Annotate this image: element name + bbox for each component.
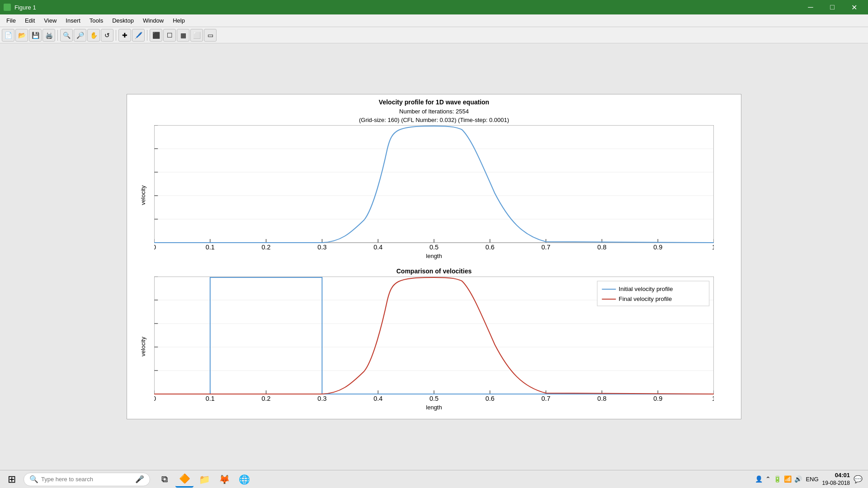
plot1-ylabel: velocity	[140, 185, 146, 205]
search-bar[interactable]: 🔍 🎤	[24, 473, 150, 486]
brush-button[interactable]: 🖊️	[132, 29, 145, 42]
app-icon	[4, 4, 11, 11]
plot1-subtitle1: Number of Iterations: 2554	[127, 108, 741, 115]
wifi-icon: 📶	[784, 475, 792, 483]
taskbar-apps: ⧉ 🔶 📁 🦊 🌐	[156, 471, 253, 488]
plot2-xlabel: length	[154, 404, 714, 411]
svg-text:0.1: 0.1	[206, 395, 215, 402]
taskbar-right: 👤 ⌃ 🔋 📶 🔊 ENG 04:01 19-08-2018 💬	[755, 471, 866, 487]
taskbar-app-matlab[interactable]: 🔶	[175, 471, 193, 488]
plot1-subtitle2: (Grid-size: 160) (CFL Number: 0.032) (Ti…	[127, 117, 741, 123]
notification-icon[interactable]: 💬	[854, 475, 863, 483]
rect-button[interactable]: ▭	[204, 29, 217, 42]
title-bar: Figure 1 ─ □ ✕	[0, 0, 868, 14]
system-tray-icons: 👤 ⌃ 🔋 📶 🔊	[755, 475, 802, 483]
clock-time: 04:01	[822, 471, 850, 479]
menu-window[interactable]: Window	[138, 15, 168, 26]
svg-text:0.5: 0.5	[429, 395, 439, 402]
svg-text:0.5: 0.5	[429, 244, 439, 251]
menu-insert[interactable]: Insert	[61, 15, 85, 26]
box-button[interactable]: ⬜	[190, 29, 203, 42]
svg-text:0.7: 0.7	[542, 244, 551, 251]
toolbar-separator-3	[147, 30, 147, 41]
plot2-title: Comparison of velocities	[127, 267, 741, 276]
menu-file[interactable]: File	[2, 15, 20, 26]
svg-text:0.6: 0.6	[486, 395, 495, 402]
svg-text:0.9: 0.9	[653, 395, 662, 402]
svg-text:0.4: 0.4	[373, 244, 382, 251]
menu-help[interactable]: Help	[168, 15, 189, 26]
chevron-up-icon[interactable]: ⌃	[765, 475, 771, 483]
svg-text:Initial velocity profile: Initial velocity profile	[619, 286, 673, 292]
svg-text:0.3: 0.3	[317, 395, 326, 402]
plot1-xlabel: length	[154, 253, 714, 259]
svg-text:0.4: 0.4	[373, 395, 382, 402]
open-button[interactable]: 📂	[15, 29, 28, 42]
svg-text:0.9: 0.9	[653, 244, 662, 251]
zoom-out-button[interactable]: ⬛	[150, 29, 162, 42]
save-button[interactable]: 💾	[29, 29, 42, 42]
figure-area: Velocity profile for 1D wave equation Nu…	[127, 94, 741, 419]
zoom-in-button[interactable]: 🔎	[74, 29, 86, 42]
maximize-button[interactable]: □	[822, 0, 843, 14]
grid-button[interactable]: ▦	[177, 29, 189, 42]
zoom-button[interactable]: 🔍	[60, 29, 73, 42]
plot2-svg: 1 1.2 1.4 1.6 1.8 2	[154, 277, 714, 403]
plot1-svg: 1 1.2 1.4 1.6 1.8 2	[154, 125, 714, 252]
data-cursor-button[interactable]: ✚	[118, 29, 131, 42]
menu-tools[interactable]: Tools	[85, 15, 108, 26]
toolbar-separator-2	[116, 30, 116, 41]
svg-text:0.3: 0.3	[317, 244, 326, 251]
menu-view[interactable]: View	[39, 15, 61, 26]
svg-text:0: 0	[154, 244, 156, 251]
volume-icon: 🔊	[794, 475, 802, 483]
taskbar: ⊞ 🔍 🎤 ⧉ 🔶 📁 🦊 🌐 👤 ⌃ 🔋 📶 🔊 ENG 04:01 19-0…	[0, 470, 868, 488]
rotate-button[interactable]: ↺	[101, 29, 113, 42]
svg-rect-0	[154, 125, 714, 243]
svg-text:0: 0	[154, 395, 156, 402]
taskbar-app-taskview[interactable]: ⧉	[156, 471, 174, 488]
taskbar-clock: 04:01 19-08-2018	[822, 471, 850, 487]
search-icon: 🔍	[29, 475, 38, 483]
new-button[interactable]: 📄	[2, 29, 14, 42]
menu-edit[interactable]: Edit	[20, 15, 39, 26]
svg-text:0.8: 0.8	[597, 244, 606, 251]
taskbar-app-firefox[interactable]: 🦊	[215, 471, 233, 488]
plot2-ylabel: velocity	[140, 337, 146, 357]
menu-bar: File Edit View Insert Tools Desktop Wind…	[0, 14, 868, 27]
clock-date: 19-08-2018	[822, 479, 850, 487]
svg-text:0.8: 0.8	[597, 395, 606, 402]
taskbar-app-browser[interactable]: 🌐	[235, 471, 253, 488]
minimize-button[interactable]: ─	[800, 0, 821, 14]
mic-icon: 🎤	[135, 475, 144, 483]
print-button[interactable]: 🖨️	[42, 29, 55, 42]
svg-text:0.6: 0.6	[486, 244, 495, 251]
svg-text:0.1: 0.1	[206, 244, 215, 251]
svg-text:1: 1	[712, 395, 714, 402]
menu-desktop[interactable]: Desktop	[108, 15, 138, 26]
svg-text:0.7: 0.7	[542, 395, 551, 402]
svg-text:0.2: 0.2	[262, 244, 271, 251]
lang-indicator: ENG	[806, 476, 818, 483]
window-title: Figure 1	[14, 4, 36, 11]
taskbar-app-explorer[interactable]: 📁	[195, 471, 213, 488]
close-button[interactable]: ✕	[844, 0, 864, 14]
svg-text:0.2: 0.2	[262, 395, 271, 402]
start-button[interactable]: ⊞	[2, 471, 22, 488]
toolbar: 📄 📂 💾 🖨️ 🔍 🔎 ✋ ↺ ✚ 🖊️ ⬛ ☐ ▦ ⬜ ▭	[0, 27, 868, 43]
pan-button[interactable]: ✋	[87, 29, 100, 42]
svg-text:1: 1	[712, 244, 714, 251]
window-controls: ─ □ ✕	[800, 0, 864, 14]
person-icon: 👤	[755, 475, 763, 483]
svg-text:Final velocity profile: Final velocity profile	[619, 296, 672, 302]
plot1-title: Velocity profile for 1D wave equation	[127, 98, 741, 107]
search-input[interactable]	[41, 476, 132, 483]
battery-icon: 🔋	[774, 475, 781, 483]
toolbar-separator	[57, 30, 58, 41]
main-content: Velocity profile for 1D wave equation Nu…	[0, 43, 868, 470]
link-button[interactable]: ☐	[163, 29, 176, 42]
